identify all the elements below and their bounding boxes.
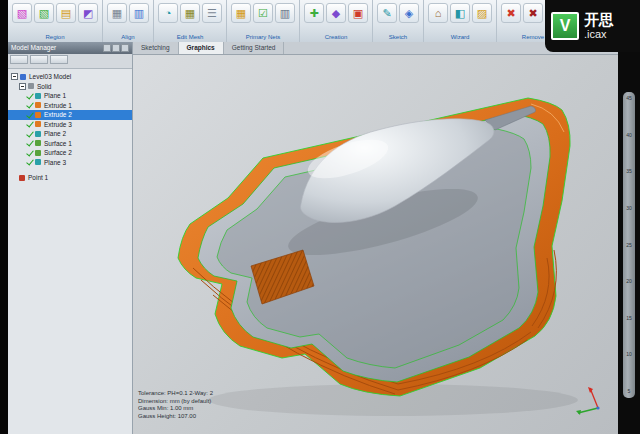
delete-all-icon[interactable]: ✖ xyxy=(523,3,543,23)
check-icon xyxy=(26,148,34,156)
align-icon[interactable]: ▦ xyxy=(107,3,127,23)
right-edge-bar: 45 40 35 30 25 20 15 10 5 xyxy=(618,0,640,434)
plane-icon xyxy=(35,131,41,137)
merge-icon[interactable]: ▧ xyxy=(34,3,54,23)
panel-tab-strip xyxy=(8,54,132,69)
add-icon[interactable]: ✚ xyxy=(304,3,324,23)
status-line: Dimension: mm (by default) xyxy=(138,398,213,406)
panel-close-button[interactable] xyxy=(121,44,129,52)
tree-item-selected[interactable]: Extrude 2 xyxy=(8,110,132,120)
half-icon[interactable]: ◧ xyxy=(450,3,470,23)
plane-icon xyxy=(35,93,41,99)
vertical-scrollbar[interactable]: 45 40 35 30 25 20 15 10 5 xyxy=(623,92,635,398)
panel-title-bar: Model Manager xyxy=(8,42,132,54)
solid-body-icon xyxy=(28,83,34,89)
tree-item[interactable]: Plane 2 xyxy=(8,129,132,139)
tree-item[interactable]: Surface 2 xyxy=(8,148,132,158)
model-manager-panel: Model Manager Level03 Model Solid Plane … xyxy=(8,42,133,434)
ribbon-group-label: Creation xyxy=(325,33,348,41)
smooth-icon[interactable]: ◔ xyxy=(158,3,178,23)
left-edge-bar xyxy=(0,0,8,434)
ribbon-group-creation: ✚ ◆ ▣ Creation xyxy=(300,0,373,42)
ruler-tick: 20 xyxy=(626,279,632,284)
primitive-icon[interactable]: ◆ xyxy=(326,3,346,23)
tree-item[interactable]: Point 1 xyxy=(8,173,132,183)
home-icon[interactable]: ⌂ xyxy=(428,3,448,23)
status-line: Gauss Height: 107.00 xyxy=(138,413,213,421)
panel-icon[interactable]: ▥ xyxy=(275,3,295,23)
ribbon-group-wizard: ⌂ ◧ ▨ Wizard xyxy=(424,0,497,42)
status-line: Gauss Min: 1.00 mm xyxy=(138,405,213,413)
tab-graphics[interactable]: Graphics xyxy=(179,42,224,54)
tree-item[interactable]: Solid xyxy=(8,82,132,92)
tree-item[interactable]: Extrude 3 xyxy=(8,120,132,130)
surface-icon xyxy=(35,140,41,146)
watermark-badge: V 开思 .icax xyxy=(545,0,640,52)
check-icon xyxy=(26,101,34,109)
ribbon-group-align: ▦ ▥ Align xyxy=(103,0,154,42)
ruler-tick: 30 xyxy=(626,206,632,211)
check-icon xyxy=(26,139,34,147)
list-icon[interactable]: ☰ xyxy=(202,3,222,23)
ribbon-group-region: ▧ ▧ ▤ ◩ Region xyxy=(8,0,103,42)
graphics-viewport[interactable]: Sketching Graphics Getting Started xyxy=(133,42,618,434)
ribbon-group-label: Remove xyxy=(522,33,544,41)
tree-item-label: Extrude 2 xyxy=(44,111,72,118)
insert-icon[interactable]: ◩ xyxy=(78,3,98,23)
watermark-site: .icax xyxy=(584,28,614,40)
region-icon[interactable]: ▧ xyxy=(12,3,32,23)
tree-item[interactable]: Plane 1 xyxy=(8,91,132,101)
panel-tab-model[interactable] xyxy=(10,55,28,64)
orientation-triad xyxy=(576,387,600,415)
tree-item-label: Plane 3 xyxy=(44,159,66,166)
diamond-icon[interactable]: ◈ xyxy=(399,3,419,23)
extrude-icon xyxy=(35,121,41,127)
ribbon-group-label: Align xyxy=(121,33,134,41)
3d-scene[interactable] xyxy=(133,54,618,434)
panel-tab-display[interactable] xyxy=(30,55,48,64)
ribbon-group-edit-mesh: ◔ ▦ ☰ Edit Mesh xyxy=(154,0,227,42)
tree-item-label: Plane 2 xyxy=(44,130,66,137)
point-icon xyxy=(19,175,25,181)
ribbon-group-label: Region xyxy=(45,33,64,41)
check-icon xyxy=(26,120,34,128)
tree-item[interactable]: Extrude 1 xyxy=(8,101,132,111)
tab-getting-started[interactable]: Getting Started xyxy=(224,42,285,54)
expander-icon[interactable] xyxy=(11,73,18,80)
net-grid-icon[interactable]: ▦ xyxy=(231,3,251,23)
ruler-tick: 45 xyxy=(626,96,632,101)
model-cube-icon xyxy=(20,74,26,80)
shade-icon[interactable]: ▨ xyxy=(472,3,492,23)
check-icon xyxy=(26,110,34,118)
extrude-icon xyxy=(35,112,41,118)
transform-icon[interactable]: ▥ xyxy=(129,3,149,23)
panel-minimize-button[interactable] xyxy=(112,44,120,52)
ribbon-group-label: Edit Mesh xyxy=(177,33,204,41)
tree-item-label: Extrude 1 xyxy=(44,102,72,109)
feature-tree: Level03 Model Solid Plane 1 Extrude 1 Ex… xyxy=(8,69,132,183)
expander-icon[interactable] xyxy=(19,83,26,90)
solid-icon[interactable]: ▣ xyxy=(348,3,368,23)
logo-v-icon: V xyxy=(551,12,579,40)
ruler-tick: 10 xyxy=(626,352,632,357)
tree-item-label: Surface 1 xyxy=(44,140,72,147)
tree-item-label: Level03 Model xyxy=(29,73,71,80)
delete-icon[interactable]: ✖ xyxy=(501,3,521,23)
surface-icon xyxy=(35,150,41,156)
pencil-icon[interactable]: ✎ xyxy=(377,3,397,23)
ruler-tick: 25 xyxy=(626,243,632,248)
tree-item[interactable]: Plane 3 xyxy=(8,158,132,168)
tree-item[interactable]: Surface 1 xyxy=(8,139,132,149)
panel-pin-button[interactable] xyxy=(103,44,111,52)
tree-item-root[interactable]: Level03 Model xyxy=(8,72,132,82)
panel-tab-help[interactable] xyxy=(50,55,68,64)
tab-sketching[interactable]: Sketching xyxy=(133,42,179,54)
tree-item-label: Surface 2 xyxy=(44,149,72,156)
split-icon[interactable]: ▤ xyxy=(56,3,76,23)
checklist-icon[interactable]: ☑ xyxy=(253,3,273,23)
viewport-status-readout: Tolerance: PH=0.1 2-Way: 2 Dimension: mm… xyxy=(138,390,213,420)
remesh-icon[interactable]: ▦ xyxy=(180,3,200,23)
tree-item-label: Point 1 xyxy=(28,174,48,181)
tree-item-label: Plane 1 xyxy=(44,92,66,99)
check-icon xyxy=(26,129,34,137)
